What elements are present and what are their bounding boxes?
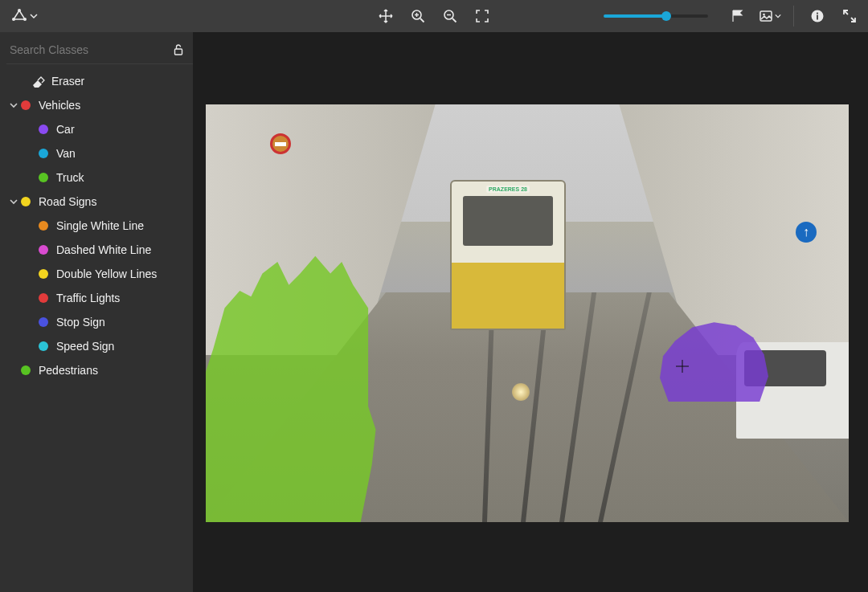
class-item-dashed-white-line[interactable]: Dashed White Line <box>6 238 193 262</box>
svg-rect-14 <box>817 15 818 20</box>
class-label: Dashed White Line <box>56 243 151 256</box>
fullscreen-button[interactable] <box>837 4 862 28</box>
info-icon <box>810 9 825 23</box>
svg-point-1 <box>18 9 21 12</box>
chevron-down-icon <box>30 12 38 20</box>
chevron-down-icon <box>775 13 781 19</box>
color-swatch <box>39 293 48 303</box>
flag-icon <box>731 9 745 23</box>
color-swatch <box>39 149 48 158</box>
slider-track[interactable] <box>604 14 708 18</box>
annotated-image[interactable]: PRAZERES 28 <box>206 104 849 522</box>
color-swatch <box>39 125 48 134</box>
class-item-single-white-line[interactable]: Single White Line <box>6 214 193 238</box>
color-swatch <box>39 317 48 327</box>
cursor-crosshair <box>676 360 689 373</box>
divider <box>793 6 794 27</box>
class-label: Speed Sign <box>56 340 114 353</box>
eraser-tool[interactable]: Eraser <box>6 69 193 93</box>
fit-screen-button[interactable] <box>470 4 494 28</box>
zoom-out-button[interactable] <box>438 4 462 28</box>
chevron-down-icon <box>6 198 21 206</box>
class-label: Truck <box>56 171 84 184</box>
class-item-speed-sign[interactable]: Speed Sign <box>6 334 193 358</box>
class-label: Traffic Lights <box>56 292 120 304</box>
eraser-label: Eraser <box>51 75 84 88</box>
polygon-tool-dropdown[interactable] <box>6 5 43 27</box>
polygon-icon <box>11 8 27 24</box>
class-label: Van <box>56 147 76 160</box>
slider-thumb[interactable] <box>661 11 671 21</box>
zoom-out-icon <box>443 9 457 23</box>
move-icon <box>379 9 393 23</box>
class-label: Pedestrians <box>39 364 98 377</box>
svg-point-13 <box>817 12 818 14</box>
color-swatch <box>21 100 31 110</box>
svg-point-2 <box>23 18 27 21</box>
class-item-car[interactable]: Car <box>6 117 193 141</box>
class-label: Stop Sign <box>56 316 105 329</box>
fit-screen-icon <box>475 9 489 23</box>
class-label: Car <box>56 123 75 136</box>
color-swatch <box>39 245 48 255</box>
expand-icon <box>842 9 857 23</box>
color-swatch <box>21 365 31 375</box>
image-settings-dropdown[interactable] <box>758 4 782 28</box>
pan-button[interactable] <box>374 4 398 28</box>
svg-rect-15 <box>175 49 182 55</box>
chevron-down-icon <box>6 101 21 109</box>
top-toolbar <box>0 0 868 32</box>
info-button[interactable] <box>805 4 829 28</box>
svg-line-8 <box>452 18 457 22</box>
class-item-pedestrians[interactable]: Pedestrians <box>6 358 193 382</box>
tram: PRAZERES 28 <box>450 180 566 330</box>
color-swatch <box>21 197 31 206</box>
svg-point-11 <box>763 14 765 16</box>
class-item-stop-sign[interactable]: Stop Sign <box>6 310 193 334</box>
class-group-road-signs[interactable]: Road Signs <box>6 190 193 214</box>
color-swatch <box>39 341 48 351</box>
class-label: Double Yellow Lines <box>56 267 157 280</box>
class-sidebar: Eraser Vehicles Car Van Truck <box>0 32 193 592</box>
class-item-double-yellow-lines[interactable]: Double Yellow Lines <box>6 262 193 286</box>
class-tree: Eraser Vehicles Car Van Truck <box>6 66 193 382</box>
color-swatch <box>39 221 48 231</box>
zoom-in-button[interactable] <box>406 4 430 28</box>
eraser-icon <box>31 75 45 88</box>
class-item-van[interactable]: Van <box>6 141 193 165</box>
svg-line-4 <box>420 18 424 22</box>
arrow-sign <box>796 222 817 243</box>
tram-destination-label: PRAZERES 28 <box>486 186 530 193</box>
svg-point-0 <box>12 18 15 21</box>
lock-open-icon[interactable] <box>172 43 185 56</box>
search-input[interactable] <box>6 39 172 61</box>
class-item-traffic-lights[interactable]: Traffic Lights <box>6 286 193 310</box>
image-icon <box>759 9 773 23</box>
color-swatch <box>39 269 48 279</box>
class-group-vehicles[interactable]: Vehicles <box>6 93 193 117</box>
class-item-truck[interactable]: Truck <box>6 165 193 190</box>
canvas-area[interactable]: PRAZERES 28 <box>193 32 868 592</box>
opacity-slider[interactable] <box>604 14 708 18</box>
group-label: Road Signs <box>39 195 96 208</box>
flag-button[interactable] <box>726 4 750 28</box>
color-swatch <box>39 173 48 182</box>
class-label: Single White Line <box>56 219 144 232</box>
zoom-in-icon <box>411 9 425 23</box>
group-label: Vehicles <box>39 99 80 112</box>
